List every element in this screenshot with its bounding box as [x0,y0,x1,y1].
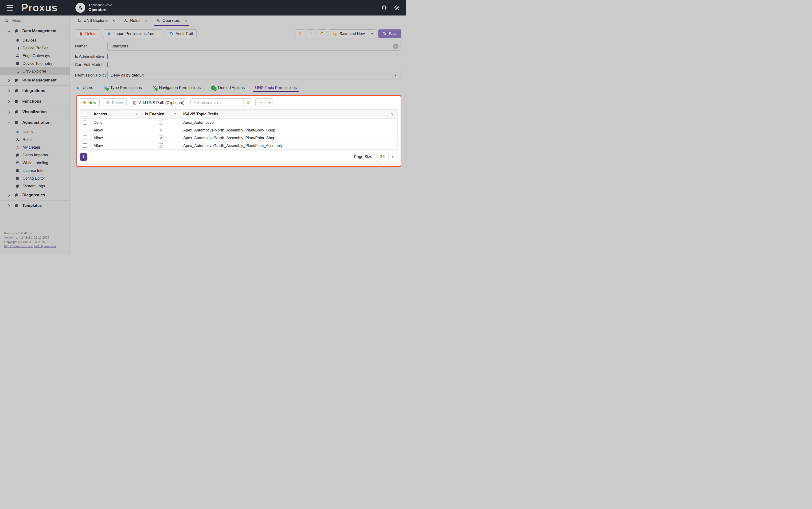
sidebar-section-label: Diagnostics [22,193,45,198]
sidebar-item-uns-explorer[interactable]: UNS Explorer [0,67,69,75]
hamburger-menu-button[interactable] [7,5,13,10]
table-row[interactable]: Allow Apex_Automotive/North_Assembly_Pla… [80,134,397,142]
sidebar-item-license-info[interactable]: License Info [0,167,69,174]
subtab-navigation-permissions[interactable]: Navigation Permissions [152,83,201,92]
sidebar-item-roles[interactable]: Roles [0,136,69,143]
column-header-access[interactable]: Access [91,110,142,118]
sidebar-section-label: Data Management [22,29,56,33]
sidebar-item-devices[interactable]: Devices [0,36,69,44]
search-button[interactable] [243,99,253,107]
name-input[interactable] [107,42,401,51]
sidebar-item-system-logs[interactable]: System Logs [0,182,69,190]
sidebar-section-data-management[interactable]: Data Management [0,26,69,36]
tree-icon [77,19,81,23]
filter-funnel-icon[interactable] [390,112,394,116]
sidebar-item-white-labeling[interactable]: White Labeling [0,159,69,167]
sidebar-item-edge-gateways[interactable]: Edge Gateways [0,52,69,60]
sidebar-item-users[interactable]: Users [0,128,69,136]
filter-funnel-icon[interactable] [173,112,177,116]
delete-button[interactable]: Delete [75,29,100,38]
is-enabled-checkbox[interactable] [159,120,163,125]
tab-roles[interactable]: Roles × [120,15,151,26]
column-header-topic-prefix[interactable]: ISA-95 Topic Prefix [180,110,397,118]
table-row[interactable]: Deny Apex_Automotive [80,118,397,126]
can-edit-model-checkbox[interactable] [107,62,108,67]
subtab-users[interactable]: Users [76,83,93,92]
sidebar-item-demo-importer[interactable]: Demo Importer [0,151,69,159]
subtab-denied-actions[interactable]: Denied Actions [211,83,245,92]
check-icon [159,121,163,124]
permission-policy-value: Deny all by default [108,73,391,78]
column-header-is-enabled[interactable]: Is Enabled [142,110,180,118]
access-cell: Allow [91,134,142,142]
check-icon [159,128,163,132]
sidebar-section-administration[interactable]: Administration [0,117,69,128]
import-permissions-label: Import Permissions from... [113,31,159,36]
close-icon[interactable]: × [112,18,115,23]
chevron-right-icon [7,100,11,104]
add-uns-path-button[interactable]: Add UNS Path (Clipboard) [129,98,188,107]
select-all-checkbox[interactable] [83,112,88,116]
user-gear-icon [15,138,20,142]
sidebar-item-device-telemetry[interactable]: Device Telemetry [0,60,69,67]
save-and-new-button[interactable]: Save and New ▼ [329,29,376,38]
email-link[interactable]: hello@proxus.io [34,244,56,248]
box-check-icon [103,86,108,90]
close-icon[interactable]: × [185,18,187,23]
is-enabled-checkbox[interactable] [159,128,163,132]
is-administrative-checkbox[interactable] [107,54,108,59]
sidebar-section-integrations[interactable]: Integrations [0,86,69,96]
permission-policy-select[interactable]: Deny all by default ▼ [107,71,401,80]
settings-gear-icon[interactable] [394,5,400,11]
tab-uns-explorer[interactable]: UNS Explorer × [73,15,119,26]
role-subtabs: Users Type Permissions Navigation Permis… [70,80,406,92]
clear-icon[interactable]: × [393,44,398,49]
sidebar-filter [0,15,69,26]
table-row[interactable]: Allow Apex_Automotive/North_Assembly_Pla… [80,126,397,134]
caret-down-icon[interactable]: ▼ [368,30,376,38]
check-icon [159,144,163,147]
page-size-select[interactable]: 20 ▼ [376,152,397,161]
page-1-button[interactable]: 1 [80,153,87,161]
website-link[interactable]: https://www.proxus.io [4,244,33,248]
row-checkbox[interactable] [83,120,88,125]
caret-down-icon[interactable]: ▼ [265,99,272,107]
is-enabled-checkbox[interactable] [159,143,163,148]
command-bar: Delete Import Permissions from... Audit … [70,26,406,41]
row-checkbox[interactable] [83,143,88,148]
search-input[interactable] [191,99,243,107]
refresh-button[interactable] [318,29,326,38]
filter-input[interactable] [11,18,65,23]
import-permissions-button[interactable]: Import Permissions from... [103,29,163,38]
version-build: Version: 1.4.2 | Build: 29.12.2025 [4,236,56,240]
close-icon[interactable]: × [145,18,147,23]
sidebar-item-my-details[interactable]: My Details [0,143,69,151]
previous-record-button[interactable] [296,29,304,38]
save-button[interactable]: Save [378,29,401,38]
sidebar-item-device-profiles[interactable]: Device Profiles [0,44,69,52]
sidebar-section-rule-management[interactable]: Rule Management [0,75,69,86]
next-record-button[interactable] [306,29,315,38]
sidebar-section-visualization[interactable]: Visualization [0,107,69,117]
table-row[interactable]: Allow Apex_Automotive/North_Assembly_Pla… [80,142,397,149]
panel-delete-button[interactable]: Delete [102,98,127,107]
row-checkbox[interactable] [83,135,88,140]
new-label: New [88,100,96,105]
subtab-uns-topic-permissions[interactable]: UNS Topic Permissions [255,83,297,92]
new-button[interactable]: + New [79,98,100,107]
sidebar-section-functions[interactable]: Functions [0,96,69,107]
audit-trail-button[interactable]: Audit Trail [165,29,196,38]
top-header: Proxus Application Role Operators [0,0,406,15]
account-icon[interactable] [381,5,387,11]
is-enabled-checkbox[interactable] [159,135,163,140]
sidebar-item-config-editor[interactable]: Config Editor [0,174,69,182]
export-button[interactable] [256,99,265,107]
row-checkbox[interactable] [83,128,88,132]
filter-funnel-icon[interactable] [135,112,139,116]
subtab-type-permissions[interactable]: Type Permissions [103,83,142,92]
tab-operators[interactable]: Operators × [153,15,191,26]
export-split-button: ▼ [255,98,273,107]
sidebar-section-diagnostics[interactable]: Diagnostics [0,190,69,201]
sidebar-section-templates[interactable]: Templates [0,200,69,211]
chevron-right-icon [7,204,11,208]
